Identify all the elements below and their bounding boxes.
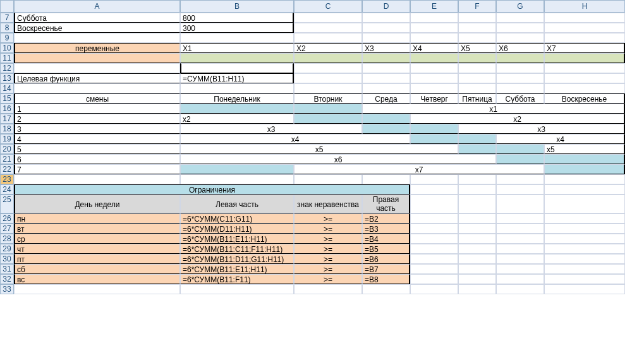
cell-F15[interactable]: Пятница [458,93,496,104]
cell-C31[interactable]: >= [294,264,362,274]
cell-H7[interactable] [544,13,625,23]
cell-C9[interactable] [294,33,362,43]
cell-x4a[interactable]: x4 [180,134,410,144]
row-header-25[interactable]: 25 [0,194,14,213]
cell-C16[interactable] [294,104,362,114]
cell-F32[interactable] [458,274,496,284]
cell-C25[interactable]: знак неравенства [294,194,362,213]
row-header-24[interactable]: 24 [0,184,14,194]
cell-H13[interactable] [544,73,625,83]
cell-F10[interactable]: X5 [458,43,496,53]
row-header-16[interactable]: 16 [0,104,14,114]
cell-B17[interactable]: x2 [180,114,294,124]
cell-E11[interactable] [410,53,458,63]
cell-G28[interactable] [496,234,544,244]
cell-x3b[interactable]: x3 [458,124,625,134]
row-header-14[interactable]: 14 [0,83,14,93]
cell-D13[interactable] [362,73,410,83]
cell-F9[interactable] [458,33,496,43]
cell-E25[interactable] [410,194,458,213]
row-header-22[interactable]: 22 [0,164,14,174]
row-header-7[interactable]: 7 [0,13,14,23]
cell-E28[interactable] [410,234,458,244]
col-header-F[interactable]: F [458,0,496,13]
cell-A12[interactable] [14,63,180,73]
cell-H23[interactable] [544,174,625,184]
cell-G29[interactable] [496,244,544,254]
cell-B33[interactable] [180,284,294,294]
cell-C28[interactable]: >= [294,234,362,244]
cell-x5b[interactable]: x5 [544,144,625,154]
cell-A17[interactable]: 2 [14,114,180,124]
cell-F26[interactable] [458,213,496,224]
cell-C29[interactable]: >= [294,244,362,254]
cell-D28[interactable]: =B4 [362,234,410,244]
row-header-9[interactable]: 9 [0,33,14,43]
cell-E7[interactable] [410,13,458,23]
cell-A20[interactable]: 5 [14,144,180,154]
cell-B13[interactable]: =СУММ(B11:H11) [180,73,294,83]
cell-H31[interactable] [544,264,625,274]
cell-D8[interactable] [362,23,410,33]
cell-G13[interactable] [496,73,544,83]
cell-G11[interactable] [496,53,544,63]
cell-B15[interactable]: Понедельник [180,93,294,104]
row-header-8[interactable]: 8 [0,23,14,33]
cell-D11[interactable] [362,53,410,63]
row-header-29[interactable]: 29 [0,244,14,254]
cell-E26[interactable] [410,213,458,224]
cell-F13[interactable] [458,73,496,83]
cell-H14[interactable] [544,83,625,93]
cell-C15[interactable]: Вторник [294,93,362,104]
row-header-12[interactable]: 12 [0,63,14,73]
cell-C10[interactable]: X2 [294,43,362,53]
cell-F29[interactable] [458,244,496,254]
cell-G10[interactable]: X6 [496,43,544,53]
cell-H8[interactable] [544,23,625,33]
cell-H24[interactable] [544,184,625,194]
col-header-H[interactable]: H [544,0,625,13]
cell-G20[interactable] [496,144,544,154]
cell-B8[interactable]: 300 [180,23,294,33]
col-header-B[interactable]: B [180,0,294,13]
cell-A22[interactable]: 7 [14,164,180,174]
cell-C33[interactable] [294,284,362,294]
row-header-18[interactable]: 18 [0,124,14,134]
row-header-32[interactable]: 32 [0,274,14,284]
cell-E29[interactable] [410,244,458,254]
cell-G25[interactable] [496,194,544,213]
col-header-C[interactable]: C [294,0,362,13]
cell-C8[interactable] [294,23,362,33]
cell-E9[interactable] [410,33,458,43]
cell-E13[interactable] [410,73,458,83]
cell-A15[interactable]: смены [14,93,180,104]
cell-C13[interactable] [294,73,362,83]
cell-H9[interactable] [544,33,625,43]
cell-G31[interactable] [496,264,544,274]
cell-x3a[interactable]: x3 [180,124,362,134]
cell-A21[interactable]: 6 [14,154,180,164]
cell-D26[interactable]: =B2 [362,213,410,224]
cell-F19[interactable] [458,134,496,144]
cell-H27[interactable] [544,224,625,234]
cell-D14[interactable] [362,83,410,93]
cell-B32[interactable]: =6*СУММ(B11:F11) [180,274,294,284]
cell-F30[interactable] [458,254,496,264]
cell-H15[interactable]: Воскресенье [544,93,625,104]
cell-F25[interactable] [458,194,496,213]
cell-D17[interactable] [362,114,410,124]
cell-H10[interactable]: X7 [544,43,625,53]
cell-B22[interactable] [180,164,294,174]
row-header-17[interactable]: 17 [0,114,14,124]
cell-C12[interactable] [294,63,362,73]
cell-A23[interactable] [14,174,180,184]
row-header-23[interactable]: 23 [0,174,14,184]
cell-D10[interactable]: X3 [362,43,410,53]
cell-G14[interactable] [496,83,544,93]
cell-A28[interactable]: ср [14,234,180,244]
cell-D25[interactable]: Правая часть [362,194,410,213]
cell-B26[interactable]: =6*СУММ(C11:G11) [180,213,294,224]
cell-E33[interactable] [410,284,458,294]
cell-D9[interactable] [362,33,410,43]
cell-D15[interactable]: Среда [362,93,410,104]
